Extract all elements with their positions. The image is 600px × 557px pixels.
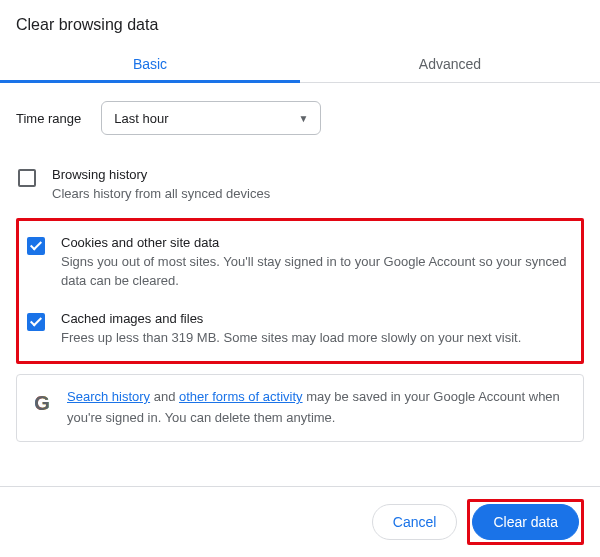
- link-search-history[interactable]: Search history: [67, 389, 150, 404]
- option-text: Cached images and files Frees up less th…: [61, 311, 521, 348]
- checkbox-cache[interactable]: [27, 313, 45, 331]
- caret-down-icon: ▼: [298, 113, 308, 124]
- dialog-title: Clear browsing data: [0, 0, 600, 44]
- option-title: Browsing history: [52, 167, 270, 182]
- tab-basic[interactable]: Basic: [0, 44, 300, 82]
- google-logo-icon: G: [31, 387, 53, 419]
- tab-advanced[interactable]: Advanced: [300, 44, 600, 82]
- option-desc: Frees up less than 319 MB. Some sites ma…: [61, 328, 521, 348]
- option-text: Cookies and other site data Signs you ou…: [61, 235, 569, 291]
- time-range-label: Time range: [16, 111, 81, 126]
- option-browsing-history: Browsing history Clears history from all…: [16, 157, 584, 214]
- option-desc: Clears history from all synced devices: [52, 184, 270, 204]
- option-desc: Signs you out of most sites. You'll stay…: [61, 252, 569, 291]
- checkbox-cookies[interactable]: [27, 237, 45, 255]
- dialog-body[interactable]: Time range Last hour ▼ Browsing history …: [0, 83, 600, 486]
- clear-data-button[interactable]: Clear data: [472, 504, 579, 540]
- option-cookies: Cookies and other site data Signs you ou…: [25, 225, 575, 301]
- info-text: Search history and other forms of activi…: [67, 387, 569, 429]
- highlight-box-clear-button: Clear data: [467, 499, 584, 545]
- highlight-box-options: Cookies and other site data Signs you ou…: [16, 218, 584, 365]
- option-title: Cached images and files: [61, 311, 521, 326]
- dialog-footer: Cancel Clear data: [0, 486, 600, 557]
- time-range-select[interactable]: Last hour ▼: [101, 101, 321, 135]
- tabs: Basic Advanced: [0, 44, 600, 83]
- option-title: Cookies and other site data: [61, 235, 569, 250]
- time-range-row: Time range Last hour ▼: [16, 101, 584, 135]
- option-text: Browsing history Clears history from all…: [52, 167, 270, 204]
- google-account-info: G Search history and other forms of acti…: [16, 374, 584, 442]
- option-cache: Cached images and files Frees up less th…: [25, 301, 575, 358]
- cancel-button[interactable]: Cancel: [372, 504, 458, 540]
- link-other-activity[interactable]: other forms of activity: [179, 389, 303, 404]
- time-range-value: Last hour: [114, 111, 168, 126]
- clear-browsing-data-dialog: Clear browsing data Basic Advanced Time …: [0, 0, 600, 557]
- checkbox-browsing-history[interactable]: [18, 169, 36, 187]
